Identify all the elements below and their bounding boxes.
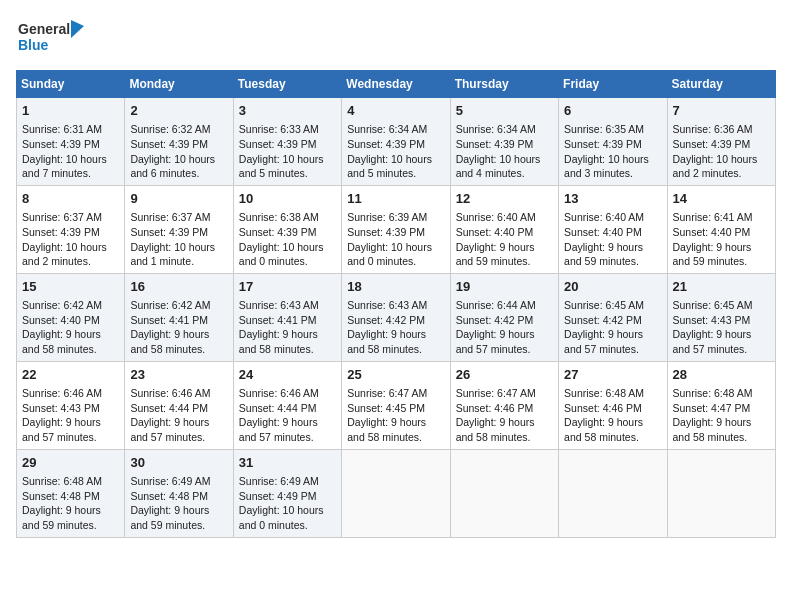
daylight-label: Daylight: 9 hours and 57 minutes. [22,416,101,443]
daylight-label: Daylight: 9 hours and 57 minutes. [239,416,318,443]
day-of-week-header: Saturday [667,71,775,98]
sunset-label: Sunset: 4:42 PM [564,314,642,326]
sunrise-label: Sunrise: 6:49 AM [130,475,210,487]
day-of-week-header: Sunday [17,71,125,98]
day-number: 12 [456,190,553,208]
sunrise-label: Sunrise: 6:34 AM [347,123,427,135]
calendar-cell: 27Sunrise: 6:48 AMSunset: 4:46 PMDayligh… [559,361,667,449]
daylight-label: Daylight: 9 hours and 59 minutes. [130,504,209,531]
calendar-cell: 19Sunrise: 6:44 AMSunset: 4:42 PMDayligh… [450,273,558,361]
daylight-label: Daylight: 10 hours and 5 minutes. [347,153,432,180]
calendar-cell: 8Sunrise: 6:37 AMSunset: 4:39 PMDaylight… [17,185,125,273]
day-number: 31 [239,454,336,472]
day-of-week-header: Tuesday [233,71,341,98]
calendar-cell: 26Sunrise: 6:47 AMSunset: 4:46 PMDayligh… [450,361,558,449]
day-number: 24 [239,366,336,384]
sunrise-label: Sunrise: 6:48 AM [673,387,753,399]
sunset-label: Sunset: 4:39 PM [239,138,317,150]
sunset-label: Sunset: 4:39 PM [130,138,208,150]
calendar-cell: 15Sunrise: 6:42 AMSunset: 4:40 PMDayligh… [17,273,125,361]
calendar-cell: 28Sunrise: 6:48 AMSunset: 4:47 PMDayligh… [667,361,775,449]
svg-text:Blue: Blue [18,37,49,53]
sunrise-label: Sunrise: 6:39 AM [347,211,427,223]
calendar-cell [342,449,450,537]
sunset-label: Sunset: 4:39 PM [564,138,642,150]
day-number: 5 [456,102,553,120]
calendar-cell: 30Sunrise: 6:49 AMSunset: 4:48 PMDayligh… [125,449,233,537]
day-number: 19 [456,278,553,296]
calendar-cell: 24Sunrise: 6:46 AMSunset: 4:44 PMDayligh… [233,361,341,449]
calendar-cell: 25Sunrise: 6:47 AMSunset: 4:45 PMDayligh… [342,361,450,449]
daylight-label: Daylight: 10 hours and 4 minutes. [456,153,541,180]
calendar-cell: 6Sunrise: 6:35 AMSunset: 4:39 PMDaylight… [559,98,667,186]
day-number: 23 [130,366,227,384]
day-number: 2 [130,102,227,120]
calendar-cell: 23Sunrise: 6:46 AMSunset: 4:44 PMDayligh… [125,361,233,449]
sunset-label: Sunset: 4:39 PM [456,138,534,150]
day-number: 29 [22,454,119,472]
sunset-label: Sunset: 4:46 PM [564,402,642,414]
calendar-cell: 12Sunrise: 6:40 AMSunset: 4:40 PMDayligh… [450,185,558,273]
sunrise-label: Sunrise: 6:46 AM [239,387,319,399]
day-number: 14 [673,190,770,208]
sunrise-label: Sunrise: 6:36 AM [673,123,753,135]
sunset-label: Sunset: 4:45 PM [347,402,425,414]
day-of-week-header: Thursday [450,71,558,98]
daylight-label: Daylight: 9 hours and 58 minutes. [564,416,643,443]
day-number: 10 [239,190,336,208]
day-number: 1 [22,102,119,120]
sunset-label: Sunset: 4:43 PM [22,402,100,414]
day-number: 3 [239,102,336,120]
sunrise-label: Sunrise: 6:49 AM [239,475,319,487]
day-number: 8 [22,190,119,208]
day-of-week-header: Monday [125,71,233,98]
sunrise-label: Sunrise: 6:47 AM [456,387,536,399]
sunrise-label: Sunrise: 6:45 AM [564,299,644,311]
sunset-label: Sunset: 4:41 PM [239,314,317,326]
calendar-cell: 2Sunrise: 6:32 AMSunset: 4:39 PMDaylight… [125,98,233,186]
sunrise-label: Sunrise: 6:35 AM [564,123,644,135]
sunset-label: Sunset: 4:42 PM [456,314,534,326]
daylight-label: Daylight: 9 hours and 58 minutes. [130,328,209,355]
sunrise-label: Sunrise: 6:46 AM [22,387,102,399]
calendar-cell: 29Sunrise: 6:48 AMSunset: 4:48 PMDayligh… [17,449,125,537]
calendar-cell [667,449,775,537]
sunset-label: Sunset: 4:39 PM [347,226,425,238]
sunrise-label: Sunrise: 6:45 AM [673,299,753,311]
sunset-label: Sunset: 4:39 PM [347,138,425,150]
sunset-label: Sunset: 4:40 PM [456,226,534,238]
sunset-label: Sunset: 4:42 PM [347,314,425,326]
calendar-cell [450,449,558,537]
daylight-label: Daylight: 10 hours and 5 minutes. [239,153,324,180]
day-number: 11 [347,190,444,208]
day-number: 18 [347,278,444,296]
sunset-label: Sunset: 4:39 PM [130,226,208,238]
sunrise-label: Sunrise: 6:32 AM [130,123,210,135]
day-number: 22 [22,366,119,384]
header: GeneralBlue [16,16,776,58]
calendar-cell: 14Sunrise: 6:41 AMSunset: 4:40 PMDayligh… [667,185,775,273]
daylight-label: Daylight: 10 hours and 2 minutes. [673,153,758,180]
day-number: 28 [673,366,770,384]
daylight-label: Daylight: 10 hours and 7 minutes. [22,153,107,180]
calendar-cell: 5Sunrise: 6:34 AMSunset: 4:39 PMDaylight… [450,98,558,186]
sunrise-label: Sunrise: 6:43 AM [347,299,427,311]
sunrise-label: Sunrise: 6:40 AM [564,211,644,223]
logo: GeneralBlue [16,16,86,58]
daylight-label: Daylight: 9 hours and 59 minutes. [673,241,752,268]
daylight-label: Daylight: 9 hours and 58 minutes. [347,416,426,443]
sunrise-label: Sunrise: 6:46 AM [130,387,210,399]
calendar-cell: 1Sunrise: 6:31 AMSunset: 4:39 PMDaylight… [17,98,125,186]
sunrise-label: Sunrise: 6:31 AM [22,123,102,135]
sunset-label: Sunset: 4:48 PM [130,490,208,502]
daylight-label: Daylight: 9 hours and 58 minutes. [239,328,318,355]
daylight-label: Daylight: 9 hours and 58 minutes. [673,416,752,443]
sunset-label: Sunset: 4:41 PM [130,314,208,326]
sunset-label: Sunset: 4:43 PM [673,314,751,326]
daylight-label: Daylight: 10 hours and 0 minutes. [239,241,324,268]
sunset-label: Sunset: 4:39 PM [239,226,317,238]
day-of-week-header: Friday [559,71,667,98]
calendar-cell: 9Sunrise: 6:37 AMSunset: 4:39 PMDaylight… [125,185,233,273]
calendar-cell: 4Sunrise: 6:34 AMSunset: 4:39 PMDaylight… [342,98,450,186]
daylight-label: Daylight: 9 hours and 59 minutes. [564,241,643,268]
